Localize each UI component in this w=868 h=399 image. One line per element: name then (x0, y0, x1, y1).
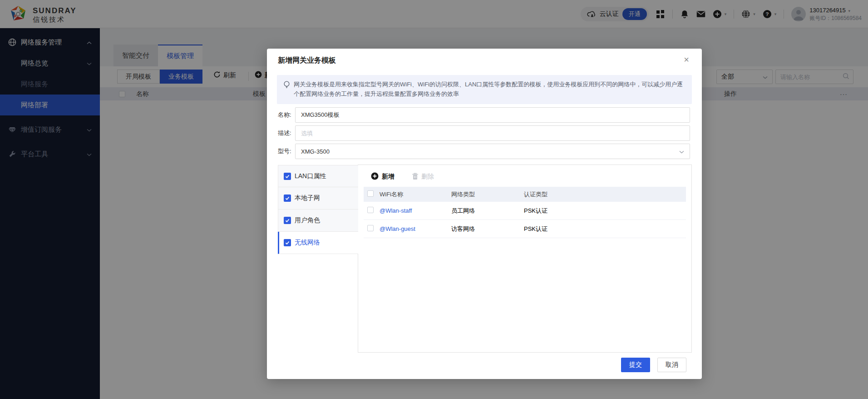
dialog-title: 新增网关业务模板 (278, 56, 336, 65)
info-bulb-icon (283, 81, 290, 100)
name-input[interactable] (295, 107, 690, 123)
description-field-row: 描述: (267, 125, 702, 141)
network-type-cell: 访客网络 (451, 225, 524, 233)
wifi-table-header: WiFi名称 网络类型 认证类型 (364, 187, 686, 202)
checkbox-checked[interactable] (284, 217, 291, 224)
new-gateway-template-dialog: 新增网关业务模板 × 网关业务模板是用来收集指定型号网关的WiFi、WiFi的访… (267, 49, 702, 379)
model-label: 型号: (278, 144, 291, 159)
checkbox-checked[interactable] (284, 239, 291, 246)
tab-user-role[interactable]: 用户角色 (278, 209, 358, 232)
tab-lan-port-attributes[interactable]: LAN口属性 (278, 165, 358, 187)
description-label: 描述: (278, 125, 291, 141)
model-field-row: 型号: XMG-3500 (267, 144, 702, 159)
row-checkbox[interactable] (367, 225, 374, 231)
submit-button[interactable]: 提交 (621, 358, 650, 372)
column-network-type: 网络类型 (451, 190, 524, 199)
select-all-checkbox[interactable] (367, 190, 374, 197)
row-checkbox[interactable] (367, 207, 374, 213)
page: SUNDRAY 信锐技术 云认证 开通 (0, 0, 868, 399)
wifi-name-link[interactable]: @Wlan-guest (380, 225, 451, 232)
model-select-value: XMG-3500 (301, 148, 330, 155)
add-wifi-button[interactable]: 新增 (371, 172, 395, 181)
wifi-table: WiFi名称 网络类型 认证类型 @Wlan-staff 员工网络 PSK认证 … (364, 187, 686, 238)
trash-icon (412, 173, 419, 181)
name-field-row: 名称: (267, 107, 702, 123)
table-row: @Wlan-guest 访客网络 PSK认证 (364, 220, 686, 238)
info-banner-text: 网关业务模板是用来收集指定型号网关的WiFi、WiFi的访问权限、LAN口属性等… (294, 80, 686, 100)
chevron-down-icon (679, 148, 684, 155)
delete-wifi-button[interactable]: 删除 (412, 173, 434, 181)
template-section-tabs: LAN口属性 本地子网 用户角色 无线网络 (278, 165, 358, 254)
cancel-button[interactable]: 取消 (657, 358, 686, 372)
name-label: 名称: (278, 107, 291, 123)
network-type-cell: 员工网络 (451, 207, 524, 215)
tab-local-subnet[interactable]: 本地子网 (278, 187, 358, 209)
close-icon[interactable]: × (681, 54, 692, 65)
description-input[interactable] (295, 125, 690, 141)
plus-circle-icon (371, 172, 379, 181)
model-select[interactable]: XMG-3500 (295, 144, 690, 159)
auth-type-cell: PSK认证 (524, 207, 686, 215)
checkbox-checked[interactable] (284, 173, 291, 180)
tab-wireless-network[interactable]: 无线网络 (278, 232, 358, 254)
checkbox-checked[interactable] (284, 195, 291, 202)
wifi-name-link[interactable]: @Wlan-staff (380, 207, 451, 214)
table-row: @Wlan-staff 员工网络 PSK认证 (364, 202, 686, 220)
auth-type-cell: PSK认证 (524, 225, 686, 233)
column-wifi-name: WiFi名称 (380, 190, 451, 199)
info-banner: 网关业务模板是用来收集指定型号网关的WiFi、WiFi的访问权限、LAN口属性等… (277, 75, 692, 104)
column-auth-type: 认证类型 (524, 190, 686, 199)
wireless-network-panel: 新增 删除 WiFi名称 网络 (358, 165, 692, 353)
